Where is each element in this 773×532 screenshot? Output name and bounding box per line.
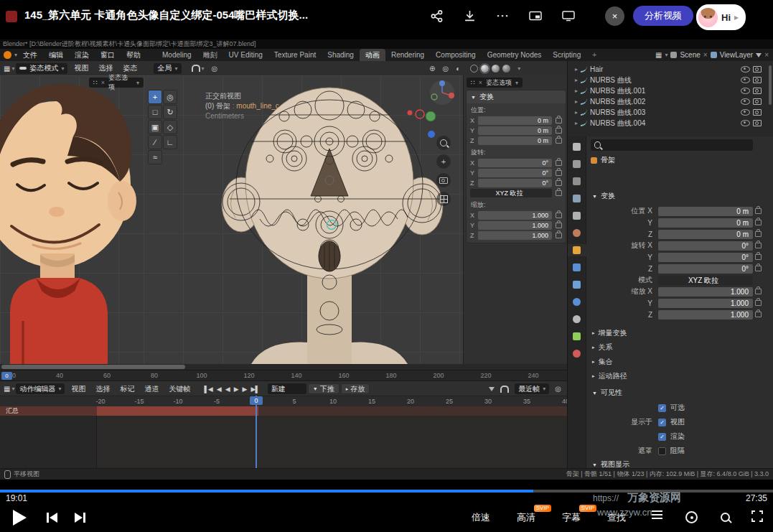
play-icon[interactable]: ▶ (234, 386, 238, 393)
show-render-checkbox[interactable]: ✓ (658, 433, 666, 441)
current-frame-badge[interactable]: 0 (250, 396, 263, 405)
rotation-mode-dropdown[interactable]: XYZ 欧拉 (470, 189, 552, 197)
property-value-field[interactable]: 0° (658, 253, 753, 262)
workspace-tab[interactable]: Texture Paint (268, 49, 322, 61)
chevron-down-icon[interactable]: ▾ (517, 65, 520, 72)
close-icon[interactable]: × (479, 79, 482, 86)
tool-annotate[interactable]: ∕ (148, 135, 162, 149)
previous-video-button[interactable] (47, 513, 57, 523)
next-keyframe-icon[interactable]: ▶ (243, 386, 247, 393)
workspace-tab[interactable]: Shading (322, 49, 360, 61)
tool-extra[interactable]: ≈ (148, 150, 162, 164)
action-stash-button[interactable]: ▸ 存放 (341, 383, 370, 394)
close-icon[interactable]: × (101, 79, 105, 86)
property-value-field[interactable]: 1.000 (658, 287, 753, 297)
outliner-row[interactable]: ▸ NURBS 曲线.003 (568, 107, 773, 118)
rotation-y-field[interactable]: 0° (478, 169, 552, 177)
editor-type-icon[interactable]: ▦ (655, 51, 662, 59)
location-z-field[interactable]: 0 m (478, 136, 552, 145)
snap-magnet-icon[interactable] (192, 65, 200, 72)
orientation-dropdown[interactable]: 全局 ▾ (154, 63, 181, 74)
previous-keyframe-icon[interactable]: ◀ (217, 386, 221, 393)
tool-transform[interactable]: ◇ (163, 120, 177, 134)
outliner-scrollbar[interactable] (769, 65, 772, 105)
quality-button[interactable]: 高清SVIP (517, 511, 535, 524)
workspace-tab[interactable]: UV Editing (223, 49, 268, 61)
lock-icon[interactable] (755, 289, 762, 294)
workspace-tab[interactable]: Scripting (547, 49, 586, 61)
eye-icon[interactable] (741, 98, 750, 105)
proportional-editing-icon[interactable]: ◎ (555, 385, 561, 393)
scale-z-field[interactable]: 1.000 (478, 231, 552, 240)
viewport-menu[interactable]: 选择 (93, 63, 118, 73)
show-overlays-icon[interactable]: ◎ (442, 65, 449, 73)
property-value-field[interactable]: XYZ 欧拉 (658, 276, 753, 285)
shading-wireframe-button[interactable] (470, 65, 478, 73)
show-viewport-checkbox[interactable]: ✓ (658, 419, 666, 426)
blender-logo-icon[interactable] (4, 51, 11, 59)
tool-scale[interactable]: ▣ (148, 120, 162, 134)
workspace-tab[interactable]: Rendering (385, 49, 430, 61)
snap-mode-dropdown[interactable]: 最近帧 ▾ (515, 383, 549, 394)
lock-icon[interactable] (556, 128, 562, 134)
dopesheet-mode-dropdown[interactable]: 动作编辑器 ▾ (16, 383, 65, 394)
subtitle-button[interactable]: 字幕SVIP (562, 511, 581, 524)
location-x-field[interactable]: 0 m (478, 116, 552, 125)
user-account-button[interactable]: Hi ▸ (696, 4, 746, 30)
properties-tab-constraints[interactable] (568, 313, 586, 325)
outliner-row[interactable]: ▸ NURBS 曲线.004 (568, 118, 773, 129)
properties-tab-viewlayer[interactable] (568, 192, 586, 205)
outliner-row[interactable]: ▸ Hair (568, 64, 773, 75)
location-y-field[interactable]: 0 m (478, 126, 552, 135)
perspective-toggle-icon[interactable] (436, 192, 451, 206)
collapsed-section[interactable]: ▸ 关系 (586, 340, 767, 355)
play-button[interactable] (13, 510, 27, 526)
eye-icon[interactable] (741, 77, 750, 83)
main-viewport[interactable]: + ◎ □ ↻ ▣ ◇ ∕ ∟ ≈ 正交前视图 (0) 骨架 : mouth_l… (144, 75, 463, 364)
fullscreen-icon[interactable] (751, 510, 763, 525)
scale-y-field[interactable]: 1.000 (478, 221, 552, 230)
blender-menu[interactable]: 渲染 (69, 50, 95, 60)
expand-icon[interactable]: ▸ (575, 98, 578, 105)
summary-keyframe-band[interactable] (97, 406, 258, 416)
navigation-gizmo[interactable] (429, 80, 455, 106)
dopesheet-canvas[interactable]: 汇总 (0, 406, 567, 468)
lock-icon[interactable] (755, 220, 762, 225)
lock-icon[interactable] (755, 243, 762, 248)
properties-search[interactable] (591, 139, 753, 151)
expand-icon[interactable]: ▸ (575, 109, 578, 116)
close-button[interactable]: × (605, 6, 624, 26)
transform-section-header[interactable]: ▼ 变换 (592, 191, 615, 201)
lock-icon[interactable] (556, 233, 562, 238)
tool-move[interactable]: + (148, 90, 162, 104)
chevron-down-icon[interactable]: ▾ (202, 65, 205, 72)
breadcrumb-object-name[interactable]: 骨架 (601, 155, 615, 165)
workspace-tab[interactable]: 雕刻 (197, 49, 223, 61)
pose-options-dropdown[interactable]: ∷ × 姿态选项 ▾ (89, 78, 144, 88)
tool-rotate[interactable]: ↻ (163, 105, 177, 119)
horizontal-scrollbar[interactable] (0, 364, 567, 370)
jump-to-end-icon[interactable]: ▶▌ (250, 386, 258, 393)
camera-viewport[interactable]: ∷ × 姿态选项 ▾ (0, 75, 144, 364)
snap-magnet-icon[interactable] (500, 386, 509, 393)
lock-icon[interactable] (755, 231, 762, 237)
lock-icon[interactable] (556, 170, 562, 176)
proportional-editing-icon[interactable]: ◎ (212, 65, 218, 73)
action-pushdown-button[interactable]: ▼ 下推 (308, 383, 339, 394)
workspace-tab[interactable]: + (586, 49, 602, 61)
camera-view-icon[interactable] (436, 173, 451, 187)
property-value-field[interactable]: 1.000 (658, 299, 753, 308)
remove-viewlayer-icon[interactable]: × (764, 51, 769, 59)
properties-tab-modifiers[interactable] (568, 261, 586, 274)
lock-icon[interactable] (556, 118, 562, 123)
lock-icon[interactable] (755, 266, 762, 271)
expand-icon[interactable]: ▸ (575, 120, 578, 126)
viewport-menu[interactable]: 视图 (69, 63, 93, 73)
camera-icon[interactable] (753, 77, 762, 83)
search-input[interactable] (604, 141, 749, 149)
scrollbar-thumb[interactable] (1, 365, 185, 369)
show-gizmo-icon[interactable]: ⊕ (429, 65, 435, 73)
rotation-z-field[interactable]: 0° (478, 179, 552, 187)
toggle-xray-icon[interactable]: ◐ (456, 65, 460, 73)
scale-x-field[interactable]: 1.000 (478, 211, 552, 220)
